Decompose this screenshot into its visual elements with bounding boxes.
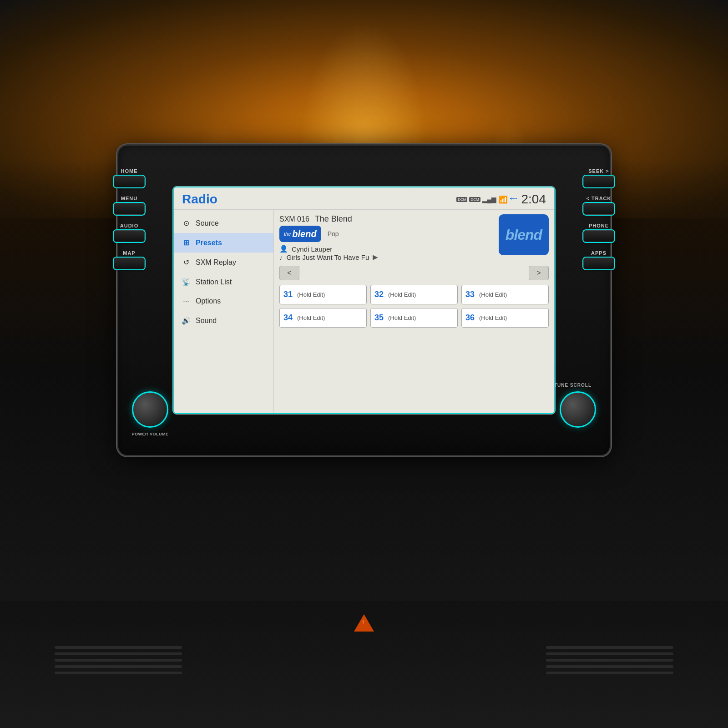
preset-36[interactable]: 36 (Hold Edit) [461, 308, 549, 328]
blend-badge: the blend [279, 226, 321, 242]
preset-36-action: (Hold Edit) [479, 314, 507, 321]
menu-item-options[interactable]: ··· Options [174, 292, 273, 311]
audio-button[interactable] [114, 230, 145, 242]
playing-icon: ▶ [373, 253, 378, 261]
blend-badge-the: the [284, 231, 291, 237]
song-icon: ♪ [279, 253, 283, 261]
menu-label: MENU [121, 196, 137, 201]
artist-name: Cyndi Lauper [292, 245, 332, 253]
seek-btn-group: SEEK > [583, 168, 614, 187]
prev-arrow-button[interactable]: < [279, 266, 299, 280]
dcm-icon1: DCM [456, 197, 467, 202]
tune-knob[interactable] [560, 391, 596, 428]
sxm-replay-label: SXM Replay [196, 258, 236, 267]
preset-35[interactable]: 35 (Hold Edit) [370, 308, 458, 328]
screen-header: Radio DCM DCM ▂▄▆ 📶 ⬳ 2:04 [174, 187, 554, 210]
right-content: SXM 016 The Blend the blend Pop [274, 210, 554, 413]
vent-slat [55, 659, 182, 662]
preset-31[interactable]: 31 (Hold Edit) [279, 285, 367, 304]
sound-icon: 🔊 [181, 316, 191, 325]
song-row: ♪ Girls Just Want To Have Fu ▶ [279, 253, 499, 261]
screen-time: 2:04 [521, 192, 546, 207]
head-unit: HOME MENU AUDIO MAP SEEK > < TRACK PHONE [118, 146, 610, 455]
preset-33-action: (Hold Edit) [479, 291, 507, 298]
vent-slat [546, 652, 673, 655]
preset-32[interactable]: 32 (Hold Edit) [370, 285, 458, 304]
apps-label: APPS [591, 250, 607, 256]
seek-button[interactable] [583, 176, 614, 187]
track-label: < TRACK [586, 196, 612, 201]
station-info: SXM 016 The Blend the blend Pop [279, 214, 549, 261]
phone-label: PHONE [589, 223, 609, 228]
dcm-icon2: DCM [469, 197, 480, 202]
blend-badge-text: blend [292, 229, 316, 239]
preset-34[interactable]: 34 (Hold Edit) [279, 308, 367, 328]
dash-bottom: ! [0, 601, 728, 728]
next-arrow-button[interactable]: > [529, 266, 549, 280]
nav-arrows-row: < > [279, 265, 549, 281]
station-details: SXM 016 The Blend the blend Pop [279, 214, 499, 261]
volume-label: POWER VOLUME [131, 432, 168, 436]
menu-item-sxm-replay[interactable]: ↺ SXM Replay [174, 253, 273, 272]
vent-slat [55, 665, 182, 668]
map-button[interactable] [114, 258, 145, 269]
phone-button[interactable] [583, 230, 614, 242]
presets-grid: 31 (Hold Edit) 32 (Hold Edit) 33 (Hold E… [279, 285, 549, 328]
home-label: HOME [121, 168, 138, 174]
bluetooth-icon: 📶 [499, 195, 508, 204]
next-arrow-icon: > [536, 269, 541, 277]
menu-button[interactable] [114, 203, 145, 215]
left-menu: ⊙ Source ⊞ Presets ↺ SXM Replay 📡 Statio… [174, 210, 274, 413]
hazard-area: ! [354, 614, 374, 632]
menu-item-sound[interactable]: 🔊 Sound [174, 311, 273, 330]
vent-slat [55, 646, 182, 649]
preset-33[interactable]: 33 (Hold Edit) [461, 285, 549, 304]
audio-btn-group: AUDIO [114, 223, 145, 242]
vent-slat [546, 659, 673, 662]
right-side-buttons: SEEK > < TRACK PHONE APPS [583, 168, 614, 269]
menu-btn-group: MENU [114, 196, 145, 215]
vent-slat [546, 665, 673, 668]
audio-label: AUDIO [120, 223, 138, 228]
presets-label: Presets [196, 239, 222, 247]
station-list-label: Station List [196, 278, 232, 286]
genre-label: Pop [328, 230, 339, 238]
map-label: MAP [123, 250, 135, 256]
menu-item-station-list[interactable]: 📡 Station List [174, 272, 273, 292]
menu-item-presets[interactable]: ⊞ Presets [174, 233, 273, 253]
preset-32-action: (Hold Edit) [388, 291, 416, 298]
bluetooth-icon2: ⬳ [510, 195, 517, 203]
preset-34-action: (Hold Edit) [297, 314, 325, 321]
left-side-buttons: HOME MENU AUDIO MAP [114, 168, 145, 269]
preset-33-number: 33 [465, 290, 476, 299]
apps-button[interactable] [583, 258, 614, 269]
blend-logo-large: blend [499, 214, 549, 255]
menu-item-source[interactable]: ⊙ Source [174, 213, 273, 233]
preset-32-number: 32 [374, 290, 385, 299]
preset-36-number: 36 [465, 313, 476, 323]
vent-slat [546, 646, 673, 649]
options-label: Options [196, 297, 221, 305]
track-button[interactable] [583, 203, 614, 215]
hazard-exclamation: ! [362, 619, 364, 626]
preset-31-number: 31 [283, 290, 294, 299]
track-btn-group: < TRACK [583, 196, 614, 215]
screen-body: ⊙ Source ⊞ Presets ↺ SXM Replay 📡 Statio… [174, 210, 554, 413]
phone-btn-group: PHONE [583, 223, 614, 242]
station-id: SXM 016 [279, 215, 309, 223]
signal-bars-icon: ▂▄▆ [482, 196, 497, 203]
home-btn-group: HOME [114, 168, 145, 187]
home-button[interactable] [114, 176, 145, 187]
left-vents [55, 646, 182, 674]
hazard-triangle[interactable]: ! [354, 614, 374, 632]
sound-label: Sound [196, 317, 217, 325]
preset-34-number: 34 [283, 313, 294, 323]
seek-label: SEEK > [588, 168, 609, 174]
vent-slat [55, 672, 182, 674]
song-title: Girls Just Want To Have Fu [287, 253, 369, 261]
volume-knob[interactable]: POWER VOLUME [132, 391, 168, 428]
sxm-replay-icon: ↺ [181, 258, 191, 267]
station-name-row: SXM 016 The Blend [279, 214, 499, 224]
source-icon: ⊙ [181, 219, 191, 228]
options-icon: ··· [181, 297, 191, 305]
